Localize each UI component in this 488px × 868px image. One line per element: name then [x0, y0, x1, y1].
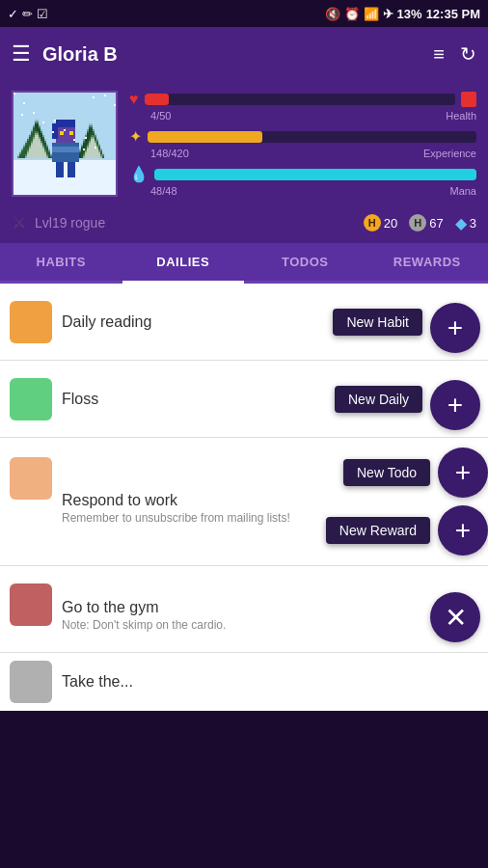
avatar [14, 93, 116, 195]
item-content-daily-reading: Daily reading [62, 313, 333, 331]
gold-amount: 20 [384, 216, 397, 231]
tab-habits[interactable]: HABITS [0, 243, 122, 281]
tab-rewards[interactable]: REWARDS [366, 243, 489, 281]
health-label: Health [446, 110, 476, 122]
new-daily-tooltip[interactable]: New Daily [335, 386, 422, 413]
item-subtitle-gym: Note: Don't skimp on the cardio. [62, 618, 422, 634]
stats-container: ♥ 4/50 Health ✦ 148/420 Experience [129, 91, 476, 197]
health-label-row: 4/50 Health [129, 110, 476, 122]
header: ☰ Gloria B ≡ ↻ [0, 27, 488, 81]
item-checkbox-take[interactable] [10, 661, 52, 703]
battery-text: 13% [397, 7, 422, 21]
gold-currency: H 20 [364, 214, 397, 231]
add-habit-button[interactable]: + [430, 303, 480, 353]
silver-currency: H 67 [409, 214, 443, 231]
mana-stat: 💧 48/48 Mana [129, 165, 476, 197]
plus-icon: + [455, 457, 471, 488]
level-text: Lvl19 rogue [35, 215, 105, 231]
item-checkbox-floss[interactable] [10, 378, 52, 420]
level-left: ⚔ Lvl19 rogue [12, 212, 105, 233]
add-reward-button[interactable]: + [438, 505, 488, 556]
item-subtitle-respond: Remember to unsubscribe from mailing lis… [62, 511, 318, 527]
profile-section: ♥ 4/50 Health ✦ 148/420 Experience [0, 81, 488, 206]
tabs-bar: HABITS DAILIES TODOS REWARDS [0, 243, 488, 284]
list-item[interactable]: Floss New Daily + [0, 361, 488, 438]
exp-value: 148/420 [150, 148, 189, 159]
header-right: ≡ ↻ [433, 42, 476, 66]
item-content-floss: Floss [62, 391, 335, 408]
health-bar [145, 94, 456, 105]
mana-bar [154, 169, 476, 180]
item-title-take: Take the... [62, 673, 480, 691]
wifi-icon: 📶 [364, 7, 379, 21]
close-icon: ✕ [445, 602, 467, 634]
status-icons-right: 🔇 ⏰ 📶 ✈ 13% 12:35 PM [325, 7, 480, 21]
exp-bar [148, 131, 476, 143]
health-icon: ♥ [129, 91, 139, 108]
item-checkbox-gym[interactable] [10, 583, 52, 626]
tab-todos[interactable]: TODOS [244, 243, 366, 281]
refresh-button[interactable]: ↻ [460, 42, 476, 66]
row3-actions: New Todo + New Reward + [326, 438, 488, 565]
plus-icon: + [447, 390, 463, 420]
list-item[interactable]: Go to the gym Note: Don't skimp on the c… [0, 566, 488, 653]
gem-icon: ◆ [455, 214, 467, 232]
item-title-floss: Floss [62, 391, 327, 408]
plus-icon: + [455, 515, 471, 546]
mana-bar-fill [154, 169, 476, 180]
close-fab-button[interactable]: ✕ [430, 592, 480, 642]
health-stat: ♥ 4/50 Health [129, 91, 476, 122]
new-reward-tooltip[interactable]: New Reward [326, 517, 430, 544]
status-bar: ✓ ✏ ☑ 🔇 ⏰ 📶 ✈ 13% 12:35 PM [0, 0, 488, 27]
airplane-icon: ✈ [383, 7, 393, 21]
avatar-container [12, 91, 118, 197]
gold-coin-icon: H [364, 214, 381, 231]
list-item[interactable]: Daily reading New Habit + [0, 284, 488, 361]
class-icon: ⚔ [12, 212, 27, 233]
clock-time: 12:35 PM [426, 7, 480, 21]
row4-actions: ✕ [430, 580, 488, 652]
alarm-icon: ⏰ [344, 7, 360, 21]
item-checkbox-respond[interactable] [10, 457, 52, 500]
list-item[interactable]: Respond to work Remember to unsubscribe … [0, 438, 488, 566]
plus-icon: + [447, 312, 463, 343]
item-checkbox-daily-reading[interactable] [10, 301, 52, 343]
hamburger-menu-button[interactable]: ☰ [12, 41, 31, 67]
header-left: ☰ Gloria B [12, 41, 118, 67]
exp-label: Experience [423, 148, 476, 159]
exp-bar-fill [148, 131, 262, 143]
mana-icon: 💧 [129, 165, 149, 183]
new-habit-tooltip[interactable]: New Habit [333, 309, 422, 336]
gem-currency: ◆ 3 [455, 214, 476, 232]
silver-amount: 67 [429, 216, 443, 231]
row1-actions: New Habit + [333, 290, 488, 353]
list-area: Daily reading New Habit + Floss New Dail… [0, 284, 488, 711]
item-content-take: Take the... [62, 673, 488, 691]
check-icon: ✓ [8, 7, 18, 21]
exp-icon: ✦ [129, 127, 142, 146]
mana-label: Mana [449, 185, 476, 197]
filter-button[interactable]: ≡ [433, 43, 445, 66]
health-value: 4/50 [150, 110, 171, 122]
row2-actions: New Daily + [335, 367, 488, 430]
exp-label-row: 148/420 Experience [129, 148, 476, 159]
status-icons-left: ✓ ✏ ☑ [8, 7, 48, 21]
add-todo-button[interactable]: + [438, 448, 488, 498]
health-color-block [461, 92, 476, 107]
currency-row: H 20 H 67 ◆ 3 [364, 214, 476, 232]
tab-dailies[interactable]: DAILIES [122, 243, 245, 281]
header-title: Gloria B [42, 43, 118, 66]
list-item[interactable]: Take the... [0, 653, 488, 711]
add-daily-button[interactable]: + [430, 380, 480, 430]
health-bar-fill [145, 94, 170, 105]
item-title-daily-reading: Daily reading [62, 313, 325, 331]
mute-icon: 🔇 [325, 7, 340, 21]
item-content-respond: Respond to work Remember to unsubscribe … [62, 476, 326, 527]
silver-coin-icon: H [409, 214, 426, 231]
item-title-gym: Go to the gym [62, 599, 422, 616]
gem-amount: 3 [470, 216, 476, 231]
checkbox-icon: ☑ [37, 7, 48, 21]
exp-stat: ✦ 148/420 Experience [129, 127, 476, 159]
pencil-icon: ✏ [22, 7, 33, 21]
new-todo-tooltip[interactable]: New Todo [343, 459, 430, 486]
